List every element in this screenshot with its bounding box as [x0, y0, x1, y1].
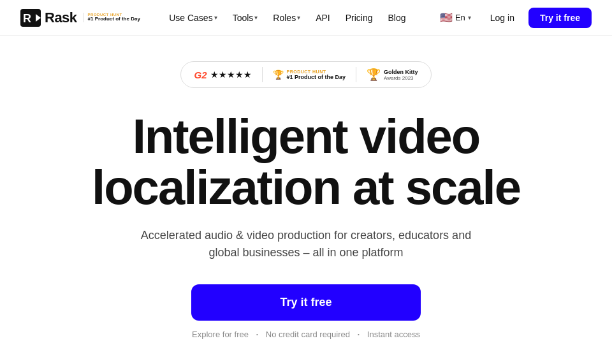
- svg-text:R: R: [23, 12, 31, 25]
- try-free-hero-button[interactable]: Try it free: [191, 284, 421, 321]
- try-free-nav-button[interactable]: Try it free: [528, 8, 592, 28]
- navbar-nav: Use Cases ▾ Tools ▾ Roles ▾ API Pricing …: [163, 9, 412, 27]
- logo-icon: R: [20, 9, 41, 27]
- nav-label-use-cases: Use Cases: [169, 13, 212, 23]
- chevron-down-icon: ▾: [468, 14, 471, 21]
- nav-label-api: API: [316, 13, 330, 23]
- chevron-down-icon: ▾: [214, 14, 217, 21]
- nav-item-roles[interactable]: Roles ▾: [266, 9, 307, 27]
- fine-print-1: Explore for free: [192, 330, 249, 339]
- g2-award: G2 ★★★★★: [194, 69, 252, 80]
- nav-label-blog: Blog: [388, 13, 406, 23]
- nav-item-api[interactable]: API: [309, 9, 337, 27]
- nav-label-pricing: Pricing: [346, 13, 373, 23]
- bullet-dot-2: •: [358, 331, 360, 337]
- chevron-down-icon: ▾: [254, 14, 258, 21]
- golden-kitty-icon: 🏆: [367, 68, 381, 82]
- star-rating: ★★★★★: [210, 69, 252, 80]
- hero-fine-print: Explore for free • No credit card requir…: [188, 330, 424, 339]
- logo[interactable]: R Rask: [20, 9, 77, 27]
- fine-print-2: No credit card required: [266, 330, 350, 339]
- trophy-icon: 🏆: [273, 69, 284, 80]
- nav-item-pricing[interactable]: Pricing: [339, 9, 379, 27]
- hero-subtext: Accelerated audio & video production for…: [140, 227, 472, 261]
- logo-svg: R: [20, 9, 41, 27]
- fine-print-3: Instant access: [367, 330, 420, 339]
- nav-item-use-cases[interactable]: Use Cases ▾: [163, 9, 223, 27]
- bullet-dot-1: •: [256, 331, 258, 337]
- ph-label: PRODUCT HUNT: [286, 69, 346, 74]
- headline-line2: localization at scale: [92, 160, 520, 214]
- ph-main: #1 Product of the Day: [286, 74, 346, 80]
- headline-line1: Intelligent video: [133, 109, 480, 163]
- awards-strip: G2 ★★★★★ 🏆 PRODUCT HUNT #1 Product of th…: [180, 61, 431, 88]
- badge-main-label: #1 Product of the Day: [88, 17, 140, 22]
- producthunt-award: 🏆 PRODUCT HUNT #1 Product of the Day: [273, 69, 346, 80]
- nav-label-roles: Roles: [273, 13, 296, 23]
- divider: [356, 67, 356, 82]
- lang-label: En: [455, 13, 465, 22]
- navbar-right: 🇺🇸 En ▾ Log in Try it free: [435, 8, 592, 28]
- nav-label-tools: Tools: [233, 13, 254, 23]
- divider: [262, 67, 263, 82]
- navbar-left: R Rask Product hunt #1 Product of the Da…: [20, 9, 140, 27]
- flag-icon: 🇺🇸: [440, 11, 453, 24]
- login-button[interactable]: Log in: [481, 9, 523, 27]
- g2-logo: G2: [194, 69, 207, 80]
- ph-text-block: PRODUCT HUNT #1 Product of the Day: [286, 69, 346, 80]
- gk-label: Golden Kitty: [384, 69, 418, 75]
- golden-kitty-award: 🏆 Golden Kitty Awards 2023: [367, 68, 418, 82]
- hero-section: G2 ★★★★★ 🏆 PRODUCT HUNT #1 Product of th…: [0, 36, 612, 364]
- hero-headline: Intelligent video localization at scale: [92, 111, 520, 213]
- gk-text-block: Golden Kitty Awards 2023: [384, 69, 418, 81]
- gk-sub: Awards 2023: [384, 75, 418, 81]
- nav-item-blog[interactable]: Blog: [382, 9, 412, 27]
- logo-text: Rask: [45, 10, 77, 26]
- navbar: R Rask Product hunt #1 Product of the Da…: [0, 0, 612, 36]
- language-selector[interactable]: 🇺🇸 En ▾: [435, 8, 476, 27]
- nav-item-tools[interactable]: Tools ▾: [226, 9, 265, 27]
- chevron-down-icon: ▾: [297, 14, 300, 21]
- product-badge: Product hunt #1 Product of the Day: [84, 13, 140, 22]
